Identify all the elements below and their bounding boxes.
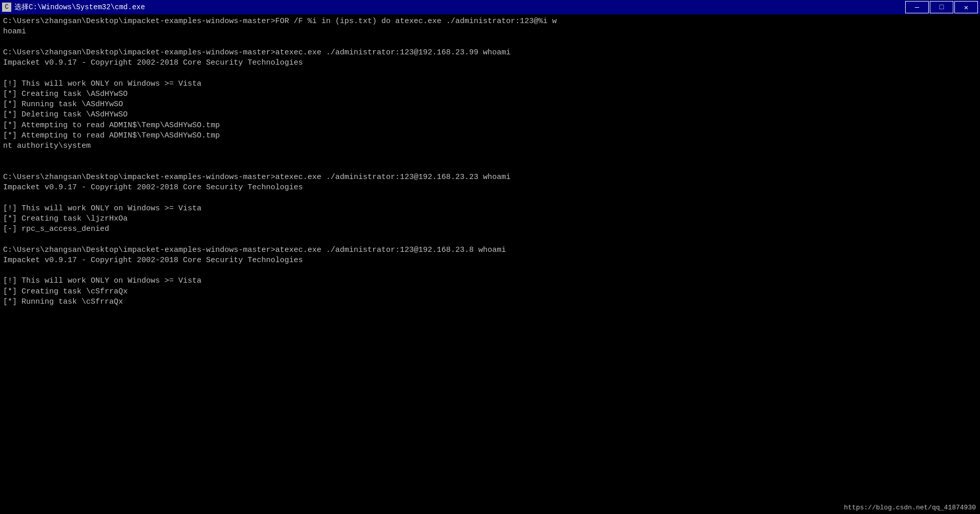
- console-line: [!] This will work ONLY on Windows >= Vi…: [3, 276, 977, 286]
- console-line: [*] Running task \cSfrraQx: [3, 297, 977, 307]
- title-bar-controls: — □ ✕: [905, 1, 978, 13]
- console-empty-line: [3, 162, 977, 172]
- console-line: [!] This will work ONLY on Windows >= Vi…: [3, 79, 977, 89]
- console-empty-line: [3, 234, 977, 245]
- console-line: [*] Running task \ASdHYwSO: [3, 100, 977, 110]
- title-bar-left: C 选择C:\Windows\System32\cmd.exe: [2, 3, 145, 12]
- title-bar-title: 选择C:\Windows\System32\cmd.exe: [14, 3, 145, 12]
- status-bar: https://blog.csdn.net/qq_41874930: [0, 503, 980, 514]
- minimize-button[interactable]: —: [905, 1, 929, 13]
- console-output: C:\Users\zhangsan\Desktop\impacket-examp…: [0, 14, 980, 503]
- console-line: [*] Attempting to read ADMIN$\Temp\ASdHY…: [3, 131, 977, 141]
- console-empty-line: [3, 266, 977, 276]
- console-empty-line: [3, 151, 977, 162]
- console-line: [!] This will work ONLY on Windows >= Vi…: [3, 204, 977, 214]
- console-line: C:\Users\zhangsan\Desktop\impacket-examp…: [3, 16, 977, 27]
- console-line: hoami: [3, 27, 977, 37]
- console-empty-line: [3, 37, 977, 48]
- console-empty-line: [3, 68, 977, 78]
- console-line: [*] Attempting to read ADMIN$\Temp\ASdHY…: [3, 121, 977, 131]
- cmd-icon: C: [2, 3, 11, 12]
- console-line: nt authority\system: [3, 141, 977, 151]
- console-line: [*] Creating task \cSfrraQx: [3, 287, 977, 297]
- close-button[interactable]: ✕: [954, 1, 978, 13]
- console-line: Impacket v0.9.17 - Copyright 2002-2018 C…: [3, 58, 977, 68]
- console-empty-line: [3, 193, 977, 203]
- console-line: [*] Deleting task \ASdHYwSO: [3, 110, 977, 120]
- title-bar: C 选择C:\Windows\System32\cmd.exe — □ ✕: [0, 0, 980, 14]
- console-line: [*] Creating task \ASdHYwSO: [3, 89, 977, 100]
- console-line: [-] rpc_s_access_denied: [3, 224, 977, 234]
- status-url: https://blog.csdn.net/qq_41874930: [844, 504, 976, 513]
- console-line: [*] Creating task \ljzrHxOa: [3, 214, 977, 224]
- console-line: C:\Users\zhangsan\Desktop\impacket-examp…: [3, 48, 977, 58]
- console-line: Impacket v0.9.17 - Copyright 2002-2018 C…: [3, 255, 977, 266]
- console-line: Impacket v0.9.17 - Copyright 2002-2018 C…: [3, 183, 977, 193]
- console-line: C:\Users\zhangsan\Desktop\impacket-examp…: [3, 245, 977, 255]
- console-line: C:\Users\zhangsan\Desktop\impacket-examp…: [3, 172, 977, 183]
- maximize-button[interactable]: □: [930, 1, 953, 13]
